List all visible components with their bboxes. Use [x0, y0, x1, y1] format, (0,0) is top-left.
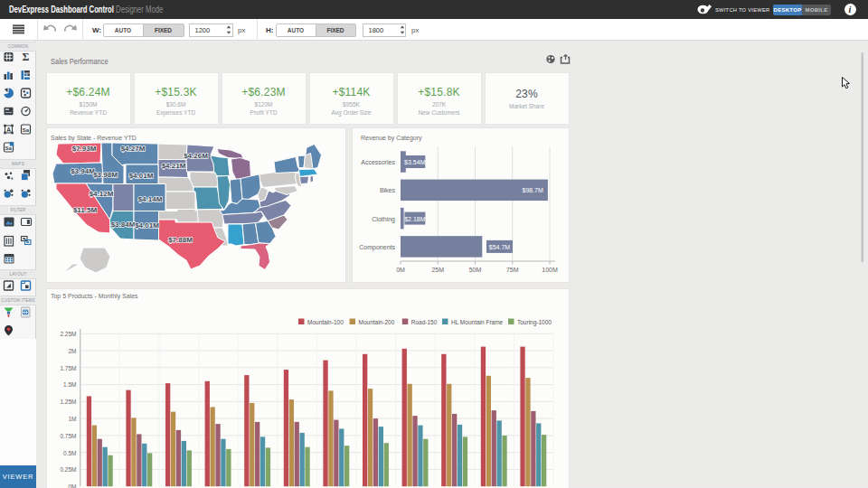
svg-text:Mountain-100: Mountain-100 [307, 319, 344, 325]
svg-text:$3.94M: $3.94M [71, 167, 95, 175]
svg-text:1.25M: 1.25M [60, 399, 76, 405]
svg-text:Sa: Sa [5, 145, 12, 151]
svg-text:$3.84M: $3.84M [111, 221, 136, 229]
svg-text:$4.01M: $4.01M [135, 221, 159, 230]
svg-text:HL Mountain Frame: HL Mountain Frame [451, 319, 504, 325]
svg-text:$4.01M: $4.01M [129, 172, 154, 180]
svg-text:Components: Components [359, 244, 395, 251]
svg-text:Accessories: Accessories [361, 159, 395, 165]
svg-text:$3.54M: $3.54M [404, 159, 426, 165]
svg-text:Road-150: Road-150 [411, 319, 438, 325]
svg-text:0.5M: 0.5M [63, 450, 76, 456]
svg-text:2M: 2M [68, 348, 76, 354]
svg-text:$3.98M: $3.98M [93, 171, 118, 179]
svg-text:Sa: Sa [23, 127, 30, 133]
svg-text:$4.14M: $4.14M [138, 195, 163, 203]
svg-text:100M: 100M [542, 267, 558, 273]
svg-text:$54.7M: $54.7M [489, 244, 511, 250]
svg-text:25M: 25M [431, 267, 444, 273]
svg-text:$4.12M: $4.12M [90, 190, 114, 198]
svg-text:0M: 0M [68, 483, 76, 488]
svg-text:0M: 0M [396, 267, 405, 273]
svg-text:$2.18M: $2.18M [404, 216, 426, 222]
svg-text:Touring-1000: Touring-1000 [517, 319, 552, 326]
svg-text:$4.21M: $4.21M [162, 162, 186, 170]
svg-text:A: A [6, 127, 11, 133]
svg-text:$4.26M: $4.26M [184, 152, 208, 160]
svg-text:$11.5M: $11.5M [73, 206, 98, 214]
svg-text:Clothing: Clothing [372, 216, 395, 223]
svg-text:$98.7M: $98.7M [522, 187, 543, 193]
svg-text:1.5M: 1.5M [63, 381, 76, 388]
svg-text:$7.93M: $7.93M [72, 145, 97, 153]
svg-text:Bikes: Bikes [380, 187, 396, 193]
svg-text:$4.27M: $4.27M [121, 145, 146, 153]
svg-text:1M: 1M [68, 416, 76, 422]
svg-text:2.25M: 2.25M [60, 331, 76, 337]
svg-text:0.75M: 0.75M [60, 433, 76, 439]
svg-text:1.75M: 1.75M [60, 365, 76, 371]
svg-text:Σ: Σ [23, 51, 30, 63]
svg-text:0.25M: 0.25M [60, 466, 76, 473]
svg-text:75M: 75M [506, 267, 519, 273]
svg-text:50M: 50M [469, 267, 482, 273]
svg-text:Mountain-200: Mountain-200 [359, 319, 395, 325]
svg-text:$7.88M: $7.88M [168, 236, 193, 244]
